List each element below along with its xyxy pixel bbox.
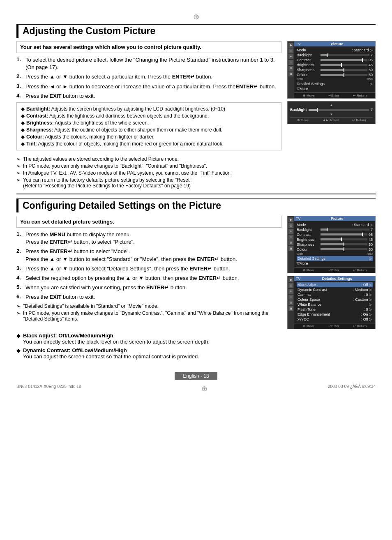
section1-notes: ➢ The adjusted values are stored accordi… bbox=[16, 156, 376, 189]
section1-bullet-box: ◆ Backlight: Adjusts the screen brightne… bbox=[16, 102, 281, 150]
s2-step-1: 1. Press the MENU button to display the … bbox=[16, 231, 281, 246]
tv2-mode-label: Mode bbox=[297, 223, 306, 227]
tv-det-dynamic-contrast: Dynamic Contrast : Medium ▷ bbox=[297, 287, 373, 292]
tv-det-white-balance: White Balance ▷ bbox=[297, 302, 373, 307]
tv-sharpness-fill bbox=[321, 69, 344, 71]
tv-label: TV bbox=[296, 42, 301, 46]
tv2-bl-thumb bbox=[327, 228, 328, 231]
tv2-colour-thumb bbox=[344, 247, 344, 251]
tv2-contrast-thumb bbox=[362, 233, 363, 236]
tv-icon-2: ◎ bbox=[288, 48, 293, 53]
s2-step-2-num: 2. bbox=[16, 248, 23, 263]
tv2-header-bar: TV Picture bbox=[294, 216, 375, 221]
bullet-sym-2: ◆ bbox=[21, 113, 25, 119]
tv2-backlight-bar bbox=[321, 228, 369, 231]
backlight-slider-fill bbox=[309, 109, 318, 111]
tv-left-icons-2: ▶ ◎ ✦ ☆ ⚙ ▣ bbox=[288, 216, 294, 273]
tv2-more-row: ▽More bbox=[297, 261, 373, 266]
tv2-footer: ⊕ Move ↵Enter ↩ Return bbox=[294, 267, 375, 273]
tv-colour-value: 50 bbox=[369, 73, 373, 77]
tv2-icon-5: ⚙ bbox=[288, 240, 293, 245]
tv-brightness-row: Brightness 45 bbox=[297, 62, 373, 67]
tv-tint-right: R50 bbox=[367, 77, 373, 81]
bullet-contrast-text: Contrast: Adjusts the lightness and dark… bbox=[26, 113, 209, 119]
section1: Adjusting the Custom Picture Your set ha… bbox=[16, 24, 376, 189]
tv2-detailed-row-highlighted: Detailed Settings ▷ bbox=[297, 256, 373, 261]
s2-step-4: 4. Select the required option by pressin… bbox=[16, 275, 281, 282]
s2-note-1-arrow: ➢ bbox=[16, 303, 21, 309]
bullet-brightness: ◆ Brightness: Adjusts the brightness of … bbox=[21, 120, 277, 126]
tv-tint-left: G50 bbox=[297, 77, 303, 81]
tv2-backlight-row: Backlight 7 bbox=[297, 227, 373, 232]
tv2-brightness-bar bbox=[321, 238, 367, 240]
tvd-dc-value: : Medium ▷ bbox=[353, 288, 372, 292]
section1-text-col: Your set has several settings which allo… bbox=[16, 41, 281, 154]
tvd-icon-5: ⚙ bbox=[288, 300, 293, 305]
tvd-icon-2: ◎ bbox=[288, 283, 293, 288]
s2-step-5-num: 5. bbox=[16, 284, 23, 291]
tv-colour-fill bbox=[321, 74, 344, 76]
section-divider bbox=[16, 194, 376, 194]
bullet-sym-6: ◆ bbox=[21, 141, 25, 147]
note-3: ➢ In Analogue TV, Ext., AV, S-Video mode… bbox=[16, 170, 376, 176]
tv2-colour-val: 50 bbox=[369, 247, 373, 252]
section2-title-bar: Configuring Detailed Settings on the Pic… bbox=[16, 198, 376, 212]
tv2-brightness-thumb bbox=[341, 238, 342, 241]
backlight-footer-move: ⊕ Move bbox=[297, 118, 309, 122]
tv2-label: TV bbox=[296, 217, 301, 221]
bottom-compass-center: ⊕ bbox=[201, 384, 208, 393]
tv-det-icons: ▶ ◎ ✦ ☆ ⚙ ▣ bbox=[288, 276, 294, 329]
tv-icon-4: ☆ bbox=[288, 60, 293, 65]
tv-contrast-value: 95 bbox=[369, 58, 373, 62]
tv-det-footer-move: ⊕ Move bbox=[303, 324, 315, 328]
tv-colour-bar bbox=[321, 74, 367, 76]
tv-footer-enter: ↵Enter bbox=[328, 94, 339, 97]
step-2-num: 2. bbox=[16, 73, 23, 81]
tv-det-footer-return: ↩ Return bbox=[353, 324, 367, 328]
tv-sharpness-value: 50 bbox=[369, 68, 373, 72]
tv-mode-row: Mode : Standard ▷ bbox=[297, 48, 373, 53]
tvd-ee-value: : On ▷ bbox=[361, 312, 372, 316]
tv-more-label: ▽More bbox=[297, 87, 308, 91]
backlight-down: ▼ bbox=[290, 113, 373, 116]
s2-step-2: 2. Press the ENTER↵ button to select "Mo… bbox=[16, 248, 281, 263]
tv-backlight-value: 7 bbox=[371, 53, 373, 57]
s2-step-4-num: 4. bbox=[16, 275, 23, 282]
note-3-arrow: ➢ bbox=[16, 170, 21, 176]
section1-ui-col: ▶ ◎ ✦ ☆ ⚙ ▣ TV Picture bbox=[287, 41, 376, 154]
page-number-text: English - 18 bbox=[183, 373, 209, 379]
tv-ui-layout: ▶ ◎ ✦ ☆ ⚙ ▣ TV Picture bbox=[288, 42, 375, 98]
tv2-colour-fill bbox=[321, 248, 344, 250]
tv-icon-3: ✦ bbox=[288, 54, 293, 59]
tv-colour-thumb bbox=[344, 73, 344, 77]
tv-icon-6: ▣ bbox=[288, 72, 293, 76]
tv-header-bar: TV Picture bbox=[294, 42, 375, 46]
tvd-xv-label: xvYCC bbox=[297, 317, 309, 321]
tv-sharpness-bar bbox=[321, 69, 367, 71]
tvd-g-value: : 0 ▷ bbox=[364, 293, 372, 297]
bullet-brightness-text: Brightness: Adjusts the brightness of th… bbox=[26, 120, 149, 126]
footer-file-info: BN68-01412A-X0Eng-0225.indd 18 ⊕ 2008-03… bbox=[16, 384, 376, 393]
tv-backlight-thumb bbox=[327, 53, 328, 57]
step-3: 3. Press the ◄ or ► button to decrease o… bbox=[16, 83, 281, 90]
tv-detailed-arrow: ▷ bbox=[370, 82, 373, 86]
section2-notes: ➢ "Detailed Settings" is available in "S… bbox=[16, 303, 281, 322]
tv-backlight-row: Backlight 7 bbox=[297, 53, 373, 58]
tv-det-colour-space: Colour Space : Custom ▷ bbox=[297, 297, 373, 302]
bullet-colour-text: Colour: Adjusts the colours, making them… bbox=[26, 134, 154, 140]
tv2-tint-row: G50 R50 bbox=[297, 252, 373, 256]
step-1: 1. To select the desired picture effect,… bbox=[16, 56, 281, 71]
step-4: 4. Press the EXIT button to exit. bbox=[16, 92, 281, 100]
tv2-sharpness-fill bbox=[321, 243, 344, 245]
tv-backlight-label: Backlight bbox=[297, 53, 319, 57]
bottom-bullet-2: ◆ Dynamic Contrast: Off/Low/Medium/HighY… bbox=[16, 347, 376, 360]
tv2-detailed-arrow: ▷ bbox=[369, 256, 372, 261]
tv2-contrast-row: Contrast 95 bbox=[297, 232, 373, 237]
bb1-sym: ◆ bbox=[16, 332, 21, 345]
section1-steps: 1. To select the desired picture effect,… bbox=[16, 56, 281, 100]
tv2-mode-row: Mode : Standard ▷ bbox=[297, 222, 373, 227]
tv2-contrast-bar bbox=[321, 233, 367, 235]
bullet-sharpness: ◆ Sharpness: Adjusts the outline of obje… bbox=[21, 127, 277, 133]
tvd-ft-value: : 0 ▷ bbox=[364, 307, 372, 312]
step-3-num: 3. bbox=[16, 83, 23, 90]
